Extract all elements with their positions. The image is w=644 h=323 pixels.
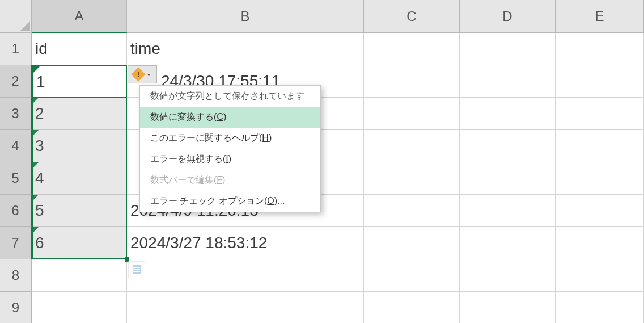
col-header-B[interactable]: B: [127, 0, 364, 33]
col-header-E[interactable]: E: [556, 0, 644, 33]
svg-marker-0: [20, 21, 30, 31]
cell-value: 3: [35, 137, 44, 155]
cell-value: 2: [35, 104, 44, 123]
error-smart-tag[interactable]: ! ▾: [128, 65, 157, 83]
table-row: 4: [32, 162, 644, 195]
cell-E2[interactable]: [556, 65, 644, 98]
chevron-down-icon: ▾: [146, 73, 151, 76]
error-context-menu: 数値が文字列として保存されています 数値に変換する(C) このエラーに関するヘル…: [139, 85, 321, 212]
menu-item-label: 数式バーで編集(F): [150, 174, 225, 186]
cell-E3[interactable]: [556, 98, 644, 130]
table-row: 3: [32, 130, 644, 162]
cell-C1[interactable]: [364, 33, 460, 65]
table-row: [32, 292, 644, 323]
cell-E4[interactable]: [556, 130, 644, 162]
row-header-7[interactable]: 7: [0, 227, 32, 259]
cell-value: 5: [35, 202, 44, 220]
cell-C3[interactable]: [364, 98, 460, 130]
warning-diamond-icon: !: [131, 67, 145, 81]
cell-value: 1: [35, 72, 44, 90]
cell-area: id time 1 24/3/30 17:55:11 2: [32, 33, 644, 323]
menu-item-convert-to-number[interactable]: 数値に変換する(C): [140, 107, 320, 128]
menu-item-label: このエラーに関するヘルプ(H): [150, 132, 272, 144]
col-header-D[interactable]: D: [460, 0, 556, 33]
cell-A3[interactable]: 2: [32, 98, 127, 130]
table-row: id time: [32, 33, 644, 65]
spreadsheet-grid: A B C D E 1 2 3 4 5 6 7 8 9 id time 1: [0, 0, 644, 323]
column-headers: A B C D E: [32, 0, 644, 33]
row-header-3[interactable]: 3: [0, 98, 32, 130]
col-header-A[interactable]: A: [32, 0, 127, 33]
cell-value: 2024/3/27 18:53:12: [130, 234, 267, 252]
menu-item-ignore-error[interactable]: エラーを無視する(I): [140, 149, 320, 170]
cell-value: 6: [35, 234, 44, 252]
cell-D5[interactable]: [460, 162, 556, 195]
cell-B9[interactable]: [127, 292, 364, 323]
cell-E6[interactable]: [556, 195, 644, 227]
select-all-corner[interactable]: [0, 0, 32, 33]
text-as-number-indicator-icon: [32, 227, 39, 234]
cell-A4[interactable]: 3: [32, 130, 127, 162]
cell-B1[interactable]: time: [127, 33, 364, 65]
row-header-5[interactable]: 5: [0, 162, 32, 195]
cell-C4[interactable]: [364, 130, 460, 162]
cell-C8[interactable]: [364, 259, 460, 292]
text-as-number-indicator-icon: [32, 162, 39, 169]
cell-E7[interactable]: [556, 227, 644, 259]
cell-D7[interactable]: [460, 227, 556, 259]
row-header-8[interactable]: 8: [0, 259, 32, 292]
row-header-2[interactable]: 2: [0, 65, 32, 98]
exclaim-icon: !: [137, 70, 140, 79]
menu-item-help-on-error[interactable]: このエラーに関するヘルプ(H): [140, 128, 320, 149]
text-as-number-indicator-icon: [32, 130, 39, 137]
cell-E5[interactable]: [556, 162, 644, 195]
row-header-4[interactable]: 4: [0, 130, 32, 162]
menu-header: 数値が文字列として保存されています: [140, 86, 320, 107]
cell-C5[interactable]: [364, 162, 460, 195]
cell-A9[interactable]: [32, 292, 127, 323]
cell-E1[interactable]: [556, 33, 644, 65]
cell-C7[interactable]: [364, 227, 460, 259]
cell-C9[interactable]: [364, 292, 460, 323]
row-header-6[interactable]: 6: [0, 195, 32, 227]
row-header-1[interactable]: 1: [0, 33, 32, 65]
cell-C6[interactable]: [364, 195, 460, 227]
select-all-triangle-icon: [20, 21, 30, 31]
paste-options-button[interactable]: [128, 261, 145, 278]
menu-item-label: 数値に変換する(C): [150, 111, 226, 123]
cell-D1[interactable]: [460, 33, 556, 65]
cell-E8[interactable]: [556, 259, 644, 292]
cell-D9[interactable]: [460, 292, 556, 323]
cell-D4[interactable]: [460, 130, 556, 162]
cell-A1[interactable]: id: [32, 33, 127, 65]
table-row: 6 2024/3/27 18:53:12: [32, 227, 644, 259]
cell-B8[interactable]: [127, 259, 364, 292]
col-header-C[interactable]: C: [364, 0, 460, 33]
cell-D6[interactable]: [460, 195, 556, 227]
table-row: 1 24/3/30 17:55:11: [32, 65, 644, 98]
cell-value: 4: [35, 169, 44, 187]
cell-A2[interactable]: 1: [32, 65, 127, 98]
cell-D8[interactable]: [460, 259, 556, 292]
row-headers: 1 2 3 4 5 6 7 8 9: [0, 33, 32, 323]
cell-A8[interactable]: [32, 259, 127, 292]
cell-B7[interactable]: 2024/3/27 18:53:12: [127, 227, 364, 259]
menu-item-edit-in-formula-bar: 数式バーで編集(F): [140, 170, 320, 191]
text-as-number-indicator-icon: [32, 65, 39, 72]
cell-A5[interactable]: 4: [32, 162, 127, 195]
cell-A7[interactable]: 6: [32, 227, 127, 259]
text-as-number-indicator-icon: [32, 195, 39, 202]
cell-A6[interactable]: 5: [32, 195, 127, 227]
menu-item-label: エラー チェック オプション(O)...: [150, 195, 285, 207]
cell-D2[interactable]: [460, 65, 556, 98]
menu-item-label: エラーを無視する(I): [150, 153, 231, 165]
cell-E9[interactable]: [556, 292, 644, 323]
table-row: [32, 259, 644, 292]
menu-item-error-check-options[interactable]: エラー チェック オプション(O)...: [140, 191, 320, 212]
clipboard-icon: [133, 265, 141, 274]
cell-C2[interactable]: [364, 65, 460, 98]
cell-D3[interactable]: [460, 98, 556, 130]
table-row: 2: [32, 98, 644, 130]
row-header-9[interactable]: 9: [0, 292, 32, 323]
table-row: 5 2024/4/9 11:20:13: [32, 195, 644, 227]
